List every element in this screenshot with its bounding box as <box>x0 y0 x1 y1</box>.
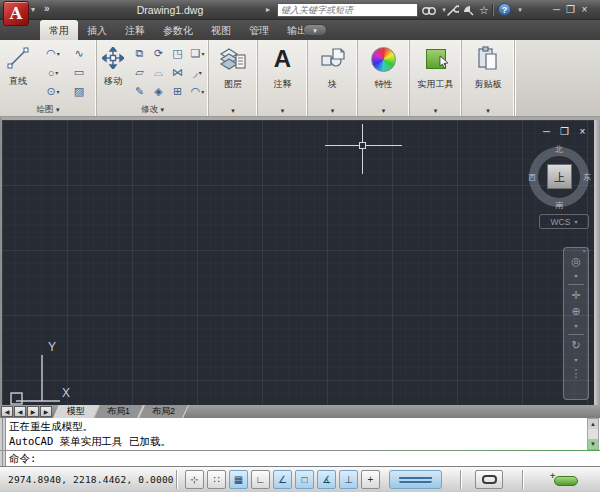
wrench-icon[interactable] <box>445 3 459 17</box>
previous-layout-button[interactable]: ◀ <box>14 406 26 417</box>
rotate-tool-button[interactable]: ⟳ <box>149 47 168 60</box>
block-panel-expander[interactable]: ▾ <box>308 107 357 115</box>
draw-panel-expander[interactable]: 绘图 ▾ <box>0 103 96 116</box>
quick-properties-toggle[interactable] <box>475 470 503 489</box>
arc-tool-button[interactable]: ◠▾ <box>38 47 68 60</box>
viewcube-west[interactable]: 西 <box>526 172 538 183</box>
first-layout-button[interactable]: ◀ <box>1 406 13 417</box>
polar-tracking-toggle[interactable]: ∠ <box>273 470 292 489</box>
lineweight-display-toggle[interactable] <box>389 470 442 489</box>
steering-wheel-icon[interactable]: ◎ <box>571 256 581 267</box>
object-snap-tracking-toggle[interactable]: ∡ <box>317 470 336 489</box>
command-scrollbar[interactable]: ▲ ▼ <box>587 418 599 450</box>
tab-model[interactable]: 模型 <box>56 405 96 418</box>
tab-layout2[interactable]: 布局2 <box>141 405 186 418</box>
command-prompt[interactable]: 命令: <box>9 451 36 466</box>
properties-panel-expander[interactable]: ▾ <box>358 107 409 115</box>
modify-panel-expander[interactable]: 修改 ▾ <box>97 103 208 116</box>
dynamic-input-toggle[interactable]: + <box>361 470 380 489</box>
line-tool-button[interactable]: 直线 <box>1 43 35 88</box>
drawing-canvas[interactable]: ─ ❐ × 北 西 东 南 上 WCS ▾ × ◎ ▾ ✛ ⊕ ▾ ↻ ▾ <box>0 117 600 405</box>
annotation-button[interactable]: A 注释 <box>258 42 307 103</box>
zoom-caret-icon[interactable]: ▾ <box>574 322 577 329</box>
orbit-icon[interactable]: ↻ <box>571 340 580 351</box>
ribbon-state-toggle[interactable]: ▾ <box>303 24 327 36</box>
viewcube-east[interactable]: 东 <box>581 172 593 183</box>
mirror-tool-button[interactable]: ⋈ <box>168 66 187 79</box>
viewcube-top-face[interactable]: 上 <box>547 164 572 189</box>
tab-parametric[interactable]: 参数化 <box>154 20 202 40</box>
quick-access-overflow-icon[interactable]: » <box>44 3 50 14</box>
annotation-autoscale-icon[interactable]: + <box>552 475 579 487</box>
explode-tool-button[interactable]: ◈ <box>149 85 168 98</box>
clipboard-panel-expander[interactable]: ▾ <box>462 107 514 115</box>
wcs-dropdown[interactable]: WCS ▾ <box>539 214 589 229</box>
viewcube-south[interactable]: 南 <box>553 200 565 211</box>
circle-tool-button[interactable]: ○▾ <box>38 67 68 79</box>
layers-button[interactable]: 图层 <box>209 42 257 103</box>
layers-panel-expander[interactable]: ▾ <box>209 107 257 115</box>
command-window-grip[interactable] <box>0 418 6 466</box>
trim-tool-button[interactable]: ⌓ <box>149 66 168 79</box>
last-layout-button[interactable]: ▶ <box>40 406 52 417</box>
infer-constraints-toggle[interactable]: ⊹ <box>185 470 204 489</box>
erase-tool-button[interactable]: ✎ <box>130 85 149 98</box>
tab-annotate[interactable]: 注释 <box>116 20 154 40</box>
utilities-panel-expander[interactable]: ▾ <box>410 107 461 115</box>
pan-icon[interactable]: ✛ <box>571 290 580 301</box>
hatch-tool-button[interactable]: ▨ <box>68 85 90 98</box>
tab-home[interactable]: 常用 <box>40 20 78 40</box>
grid-display-toggle[interactable]: ▦ <box>229 470 248 489</box>
array-tool-button[interactable]: ⊞ <box>168 85 187 98</box>
help-caret-icon[interactable]: ▾ <box>513 3 527 17</box>
communication-center-icon[interactable] <box>461 3 475 17</box>
rectangle-tool-button[interactable]: ▭ <box>68 66 90 79</box>
annotation-panel-expander[interactable]: ▾ <box>258 107 307 115</box>
scroll-down-icon[interactable]: ▼ <box>588 439 598 449</box>
navbar-close-icon[interactable]: × <box>582 248 586 254</box>
scroll-up-icon[interactable]: ▲ <box>588 419 598 429</box>
offset-tool-button[interactable]: ❏▾ <box>187 47 208 60</box>
minimize-button[interactable]: ─ <box>550 3 563 16</box>
clipboard-button[interactable]: 剪贴板 <box>462 42 514 103</box>
object-snap-toggle[interactable]: □ <box>295 470 314 489</box>
drawing-minimize-button[interactable]: ─ <box>540 126 553 138</box>
favorites-star-icon[interactable]: ☆ <box>477 3 491 17</box>
tab-view[interactable]: 视图 <box>202 20 240 40</box>
properties-button[interactable]: 特性 <box>358 42 409 103</box>
ellipse-tool-button[interactable]: ⊙▾ <box>38 85 68 98</box>
tab-manage[interactable]: 管理 <box>240 20 278 40</box>
spline-tool-button[interactable]: ∿ <box>68 47 90 60</box>
tab-insert[interactable]: 插入 <box>78 20 116 40</box>
move-tool-button[interactable]: 移动 <box>97 43 129 88</box>
copy-tool-button[interactable]: ⧉ <box>130 47 149 60</box>
snap-mode-toggle[interactable]: ∷ <box>207 470 226 489</box>
utilities-button[interactable]: 实用工具 <box>410 42 461 103</box>
zoom-icon[interactable]: ⊕ <box>571 306 580 317</box>
application-menu-caret-icon[interactable]: ▾ <box>31 5 35 14</box>
block-button[interactable]: 块 <box>308 42 357 103</box>
arc-modify-tool-button[interactable]: ◠▾ <box>187 85 208 98</box>
drawing-restore-button[interactable]: ❐ <box>558 126 571 138</box>
orbit-caret-icon[interactable]: ▾ <box>574 356 577 363</box>
viewcube-north[interactable]: 北 <box>553 144 565 155</box>
search-binoculars-icon[interactable] <box>422 3 436 17</box>
ortho-mode-toggle[interactable]: ∟ <box>251 470 270 489</box>
next-layout-button[interactable]: ▶ <box>27 406 39 417</box>
scale-tool-button[interactable]: ▱ <box>130 66 149 79</box>
maximize-button[interactable]: ❐ <box>564 3 577 16</box>
viewcube[interactable]: 北 西 东 南 上 <box>525 143 593 211</box>
title-caret-icon[interactable]: ▸ <box>266 5 270 14</box>
close-button[interactable]: × <box>578 3 591 16</box>
viewport-scrollbar[interactable] <box>594 120 600 405</box>
navbar-more-icon[interactable]: ⋮ <box>571 368 582 379</box>
navbar-caret-icon[interactable]: ▾ <box>574 272 577 279</box>
application-menu-button[interactable]: A <box>3 1 29 26</box>
dynamic-ucs-toggle[interactable]: ⊥ <box>339 470 358 489</box>
stretch-tool-button[interactable]: ◳ <box>168 47 187 60</box>
fillet-tool-button[interactable]: ◞▾ <box>187 66 208 79</box>
search-input[interactable] <box>277 3 418 17</box>
drawing-close-button[interactable]: × <box>576 126 589 138</box>
tab-layout1[interactable]: 布局1 <box>96 405 141 418</box>
help-button[interactable]: ? <box>498 3 511 16</box>
